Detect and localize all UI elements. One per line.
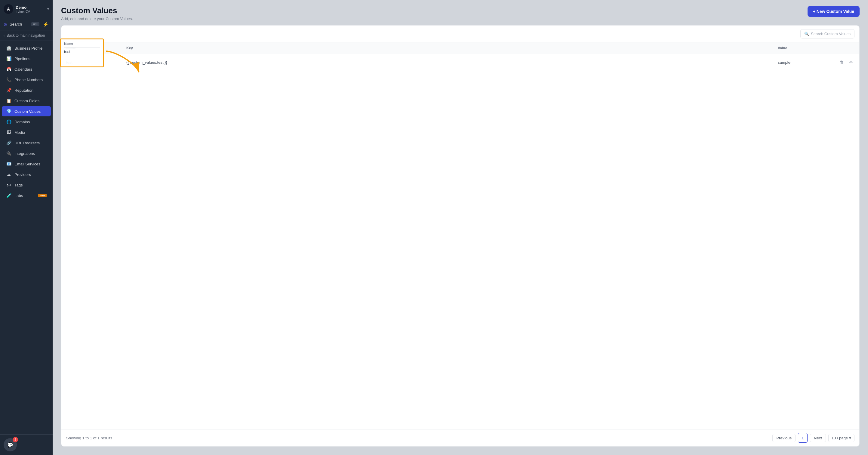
delete-icon[interactable]: 🗑 (838, 58, 845, 66)
cell-actions: 🗑✏ (833, 54, 859, 71)
domains-icon: 🌐 (6, 119, 11, 124)
email-services-icon: 📧 (6, 161, 11, 166)
pipelines-icon: 📊 (6, 56, 11, 61)
media-icon: 🖼 (6, 130, 11, 135)
col-key: Key (122, 42, 773, 54)
sidebar-item-email-services[interactable]: 📧Email Services (2, 159, 51, 169)
reputation-icon: 📌 (6, 88, 11, 93)
cell-key: {{ custom_values.test }} (122, 54, 773, 71)
sidebar-header[interactable]: A Demo Irvine, CA ▾ (0, 0, 53, 18)
search-icon: ⊙ (4, 22, 7, 27)
sidebar-nav: 🏢Business Profile📊Pipelines📅Calendars📞Ph… (0, 41, 53, 434)
chat-icon: 💬 (7, 442, 13, 448)
avatar: A (4, 4, 13, 14)
custom-fields-icon: 📋 (6, 98, 11, 103)
sidebar-item-calendars[interactable]: 📅Calendars (2, 64, 51, 74)
chat-badge: 4 (12, 437, 18, 443)
custom-values-icon: 💎 (6, 109, 11, 114)
main-content: Custom Values Add, edit and delete your … (53, 0, 868, 455)
sidebar-item-labs[interactable]: 🧪Labsnew (2, 190, 51, 201)
sidebar-item-url-redirects[interactable]: 🔗URL Redirects (2, 138, 51, 148)
sidebar-item-label-providers: Providers (14, 172, 46, 177)
sidebar-item-phone-numbers[interactable]: 📞Phone Numbers (2, 74, 51, 85)
page-header: Custom Values Add, edit and delete your … (53, 0, 868, 25)
table-body: test{{ custom_values.test }}sample🗑✏ (61, 54, 859, 71)
sidebar: A Demo Irvine, CA ▾ ⊙ Search ⌘K ⚡ ‹ Back… (0, 0, 53, 455)
showing-results: Showing 1 to 1 of 1 results (66, 436, 112, 440)
chevron-down-icon: ▾ (849, 436, 851, 440)
sidebar-item-pipelines[interactable]: 📊Pipelines (2, 54, 51, 64)
content-toolbar: 🔍 Search Custom Values (61, 26, 859, 42)
integrations-icon: 🔌 (6, 151, 11, 156)
table-footer: Showing 1 to 1 of 1 results Previous 1 N… (61, 429, 859, 446)
sidebar-item-media[interactable]: 🖼Media (2, 127, 51, 138)
page-subtitle: Add, edit and delete your Custom Values. (61, 17, 133, 21)
sidebar-item-label-domains: Domains (14, 120, 46, 124)
cell-value: sample (773, 54, 833, 71)
phone-numbers-icon: 📞 (6, 77, 11, 82)
custom-values-table: Name Key Value test{{ custom_values.test… (61, 42, 859, 71)
current-page: 1 (798, 433, 808, 443)
col-actions (833, 42, 859, 54)
sidebar-item-label-calendars: Calendars (14, 67, 46, 71)
search-icon: 🔍 (804, 32, 809, 36)
sidebar-item-business-profile[interactable]: 🏢Business Profile (2, 43, 51, 53)
new-custom-value-button[interactable]: + New Custom Value (808, 6, 860, 17)
sidebar-item-label-reputation: Reputation (14, 88, 46, 93)
calendars-icon: 📅 (6, 67, 11, 71)
back-to-nav[interactable]: ‹ Back to main navigation (0, 30, 53, 41)
search-kbd: ⌘K (31, 22, 39, 26)
sidebar-item-label-custom-fields: Custom Fields (14, 99, 46, 103)
sidebar-item-custom-fields[interactable]: 📋Custom Fields (2, 96, 51, 106)
search-label: Search (10, 22, 29, 27)
sidebar-bottom: 💬 4 (0, 434, 53, 455)
page-title: Custom Values (61, 6, 133, 16)
search-bar[interactable]: ⊙ Search ⌘K ⚡ (0, 18, 53, 30)
tags-icon: 🏷 (6, 183, 11, 187)
sidebar-item-providers[interactable]: ☁Providers (2, 169, 51, 180)
sidebar-item-label-email-services: Email Services (14, 162, 46, 166)
next-button[interactable]: Next (810, 434, 826, 442)
sidebar-item-label-tags: Tags (14, 183, 46, 187)
chevron-down-icon: ▾ (47, 7, 49, 11)
col-value: Value (773, 42, 833, 54)
labs-icon: 🧪 (6, 193, 11, 198)
col-name: Name (61, 42, 122, 54)
sidebar-item-reputation[interactable]: 📌Reputation (2, 85, 51, 95)
previous-button[interactable]: Previous (772, 434, 796, 442)
chevron-left-icon: ‹ (4, 33, 5, 38)
sidebar-item-domains[interactable]: 🌐Domains (2, 117, 51, 127)
sidebar-item-label-integrations: Integrations (14, 151, 46, 156)
user-info: Demo Irvine, CA (16, 5, 45, 13)
business-profile-icon: 🏢 (6, 46, 11, 51)
user-location: Irvine, CA (16, 10, 45, 13)
sidebar-item-tags[interactable]: 🏷Tags (2, 180, 51, 190)
sidebar-item-label-custom-values: Custom Values (14, 109, 46, 114)
content-area: 🔍 Search Custom Values Name Key Value te… (61, 25, 860, 447)
table-wrapper: Name Key Value test{{ custom_values.test… (61, 42, 859, 429)
pagination: Previous 1 Next 10 / page ▾ (772, 433, 855, 443)
search-custom-values-input[interactable]: 🔍 Search Custom Values (800, 29, 855, 38)
edit-icon[interactable]: ✏ (848, 58, 855, 66)
cell-name: test (61, 54, 122, 71)
search-placeholder: Search Custom Values (811, 32, 850, 36)
sidebar-item-label-business-profile: Business Profile (14, 46, 46, 51)
table-row: test{{ custom_values.test }}sample🗑✏ (61, 54, 859, 71)
new-badge: new (38, 194, 46, 197)
back-label: Back to main navigation (7, 33, 45, 38)
per-page-selector[interactable]: 10 / page ▾ (828, 434, 855, 442)
page-title-group: Custom Values Add, edit and delete your … (61, 6, 133, 21)
chat-button[interactable]: 💬 4 (4, 438, 17, 451)
sidebar-item-label-url-redirects: URL Redirects (14, 141, 46, 145)
table-header: Name Key Value (61, 42, 859, 54)
sidebar-item-label-labs: Labs (14, 193, 35, 198)
providers-icon: ☁ (6, 172, 11, 177)
sidebar-item-custom-values[interactable]: 💎Custom Values (2, 106, 51, 116)
sidebar-item-integrations[interactable]: 🔌Integrations (2, 148, 51, 158)
lightning-icon: ⚡ (43, 21, 49, 27)
user-name: Demo (16, 5, 45, 10)
sidebar-item-label-media: Media (14, 130, 46, 135)
url-redirects-icon: 🔗 (6, 141, 11, 145)
sidebar-item-label-pipelines: Pipelines (14, 57, 46, 61)
sidebar-item-label-phone-numbers: Phone Numbers (14, 78, 46, 82)
